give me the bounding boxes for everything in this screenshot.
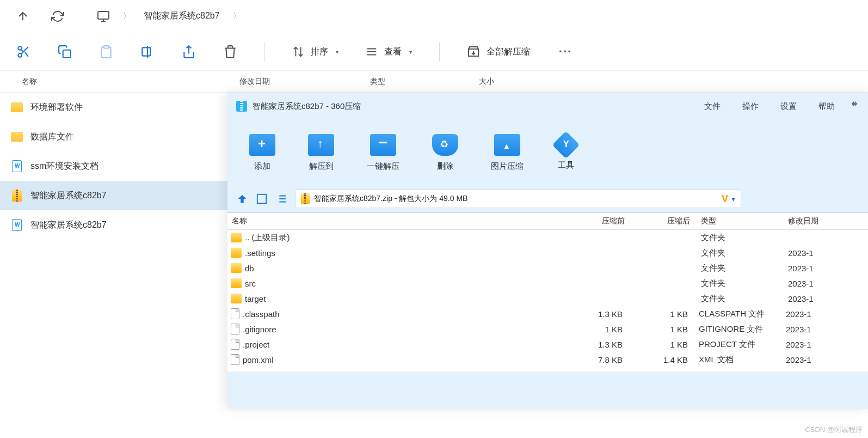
zip-cell-type: 文件夹 xyxy=(695,248,783,258)
zip-cell-type: XML 文档 xyxy=(693,355,780,365)
zip-col-name[interactable]: 名称 xyxy=(227,216,565,226)
zip-cell-before: 1 KB xyxy=(563,325,628,334)
zip-menu-settings[interactable]: 设置 xyxy=(780,101,797,112)
file-icon xyxy=(231,324,239,334)
zip-row[interactable]: .classpath1.3 KB1 KBCLASSPATH 文件2023-1 xyxy=(227,306,868,321)
zip-tool-button[interactable]: 工具 xyxy=(556,135,576,171)
zip-col-after[interactable]: 压缩后 xyxy=(630,216,695,226)
divider xyxy=(439,42,440,62)
breadcrumb-item[interactable]: 智能家居系统c82b7 xyxy=(144,10,220,22)
quick-icon xyxy=(370,134,396,156)
zip-row[interactable]: .project1.3 KB1 KBPROJECT 文件2023-1 xyxy=(227,337,868,352)
zip-col-date[interactable]: 修改日期 xyxy=(783,216,868,226)
zip-delete-button[interactable]: 删除 xyxy=(432,134,458,172)
delete-icon xyxy=(432,134,458,156)
zip-menu-action[interactable]: 操作 xyxy=(742,101,759,112)
delete-button[interactable] xyxy=(223,45,237,59)
svg-rect-4 xyxy=(104,46,109,48)
zip-skin-icon[interactable] xyxy=(851,101,861,111)
zip-cell-type: CLASSPATH 文件 xyxy=(693,309,780,319)
zip-row[interactable]: db文件夹2023-1 xyxy=(227,260,868,276)
explorer-body: 环境部署软件数据库文件ssm环境安装文档智能家居系统c82b7智能家居系统c82… xyxy=(0,93,868,438)
zip-path-field[interactable]: 智能家居系统c82b7.zip - 解包大小为 49.0 MB V ▾ xyxy=(295,190,741,208)
zip-col-type[interactable]: 类型 xyxy=(695,216,783,226)
zip-image-button[interactable]: 图片压缩 xyxy=(491,134,524,172)
zip-row[interactable]: target文件夹2023-1 xyxy=(227,291,868,306)
zip-menu-help[interactable]: 帮助 xyxy=(818,101,835,112)
zip-row[interactable]: src文件夹2023-1 xyxy=(227,276,868,291)
zip-cell-after: 1.4 KB xyxy=(628,355,693,364)
chevron-down-icon: ▾ xyxy=(409,49,412,55)
file-name: 环境部署软件 xyxy=(30,102,83,113)
share-button[interactable] xyxy=(182,45,196,59)
folder-icon xyxy=(231,294,242,303)
up-button[interactable] xyxy=(16,10,29,23)
zip-menu-file[interactable]: 文件 xyxy=(704,101,721,112)
file-name: ssm环境安装文档 xyxy=(30,161,99,172)
pc-icon[interactable] xyxy=(97,10,110,23)
dropdown-icon[interactable]: ▾ xyxy=(731,194,735,203)
zip-row[interactable]: .settings文件夹2023-1 xyxy=(227,245,868,260)
col-type[interactable]: 类型 xyxy=(370,77,479,87)
zip-toolbar: 添加 解压到 一键解压 删除 图片压缩 工具 xyxy=(227,120,868,185)
add-icon xyxy=(249,134,275,156)
file-icon xyxy=(231,308,239,319)
cut-button[interactable] xyxy=(16,45,30,59)
breadcrumb: 〉 智能家居系统c82b7 〉 xyxy=(97,10,241,23)
zip-up-button[interactable] xyxy=(236,193,248,205)
zip-view2-button[interactable] xyxy=(275,193,287,205)
zip-cell-date: 2023-1 xyxy=(780,309,868,319)
col-size[interactable]: 大小 xyxy=(479,77,544,87)
zip-cell-name: target xyxy=(245,294,565,303)
folder-icon xyxy=(231,248,242,258)
refresh-button[interactable] xyxy=(51,10,64,23)
view-dropdown[interactable]: 查看 ▾ xyxy=(366,46,412,58)
folder-icon xyxy=(231,233,242,242)
zip-row[interactable]: pom.xml7.8 KB1.4 KBXML 文档2023-1 xyxy=(227,352,868,367)
watermark: CSDN @阿诚程序 xyxy=(805,425,863,435)
zip-cell-name: .gitignore xyxy=(243,325,563,334)
zip-cell-before: 1.3 KB xyxy=(563,309,628,319)
col-name[interactable]: 名称 xyxy=(11,77,239,87)
zip-cell-date: 2023-1 xyxy=(780,355,868,364)
sort-dropdown[interactable]: 排序 ▾ xyxy=(292,46,338,58)
zip-row[interactable]: .. (上级目录)文件夹 xyxy=(227,230,868,245)
zip-col-before[interactable]: 压缩前 xyxy=(565,216,630,226)
zip-cell-name: .classpath xyxy=(243,309,563,319)
file-name: 智能家居系统c82b7 xyxy=(30,190,107,202)
copy-button[interactable] xyxy=(58,45,72,59)
extract-all-button[interactable]: 全部解压缩 xyxy=(467,45,530,58)
paste-button[interactable] xyxy=(99,45,113,59)
doc-icon xyxy=(11,160,23,172)
zip-cell-date: 2023-1 xyxy=(783,279,868,288)
zip-path-text: 智能家居系统c82b7.zip - 解包大小为 49.0 MB xyxy=(314,194,467,204)
vip-icon[interactable]: V xyxy=(722,193,728,205)
zip-add-button[interactable]: 添加 xyxy=(249,134,275,172)
zip-path-bar: 智能家居系统c82b7.zip - 解包大小为 49.0 MB V ▾ xyxy=(227,185,868,212)
zip-title-text: 智能家居系统c82b7 - 360压缩 xyxy=(253,101,361,112)
zip-menu: 文件 操作 设置 帮助 xyxy=(704,101,835,112)
tool-icon xyxy=(552,131,580,159)
file-icon xyxy=(231,354,239,365)
zip-titlebar[interactable]: 智能家居系统c82b7 - 360压缩 文件 操作 设置 帮助 xyxy=(227,93,868,120)
zip-quick-button[interactable]: 一键解压 xyxy=(367,134,399,172)
zip-app-icon xyxy=(236,101,247,112)
zip-row[interactable]: .gitignore1 KB1 KBGITIGNORE 文件2023-1 xyxy=(227,321,868,337)
column-headers: 名称 修改日期 类型 大小 xyxy=(0,71,868,93)
zip-cell-name: .project xyxy=(243,340,563,349)
rename-button[interactable] xyxy=(140,45,155,59)
col-date[interactable]: 修改日期 xyxy=(239,77,370,87)
zip-cell-date: 2023-1 xyxy=(780,340,868,349)
folder-icon xyxy=(11,101,23,113)
svg-rect-5 xyxy=(142,47,150,56)
more-button[interactable]: ··· xyxy=(557,45,574,59)
zip-path-badge: V ▾ xyxy=(722,193,735,205)
zip-cell-date: 2023-1 xyxy=(783,264,868,273)
folder-icon xyxy=(231,263,242,273)
chevron-right-icon: 〉 xyxy=(233,11,241,21)
zip-extract-button[interactable]: 解压到 xyxy=(308,134,334,172)
zip-icon xyxy=(11,190,23,202)
zip-cell-after: 1 KB xyxy=(628,340,693,349)
zip-view1-button[interactable] xyxy=(256,193,268,205)
folder-icon xyxy=(231,278,242,288)
